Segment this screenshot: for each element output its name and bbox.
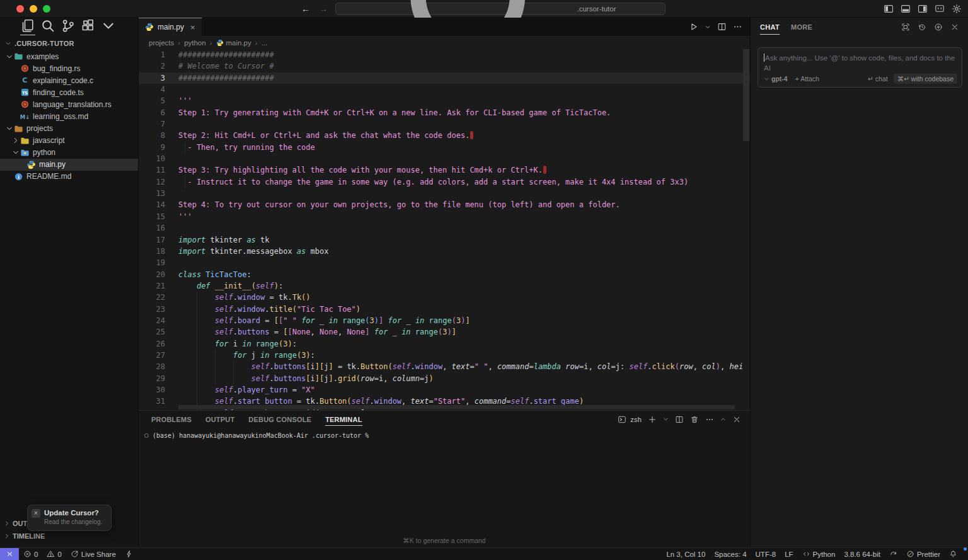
settings-icon[interactable] — [952, 4, 962, 14]
code-line-24[interactable]: 24 self.board = [[" " for _ in range(3)]… — [139, 315, 750, 326]
code-line-18[interactable]: 18import tkinter.messagebox as mbox — [139, 246, 750, 257]
code-line-1[interactable]: 1##################### — [139, 49, 750, 60]
zoom-window-button[interactable] — [43, 5, 50, 13]
status-bolt[interactable] — [120, 548, 137, 560]
status-language-mode[interactable]: Python — [798, 550, 840, 558]
activity-search-icon[interactable] — [40, 19, 55, 35]
status-formatter[interactable]: Prettier — [902, 550, 945, 558]
code-line-21[interactable]: 21 def __init__(self): — [139, 280, 750, 292]
run-icon[interactable] — [689, 22, 698, 31]
code-line-16[interactable]: 16 — [139, 222, 750, 234]
close-panel-icon[interactable] — [732, 415, 741, 424]
tree-item-projects[interactable]: projects — [0, 123, 138, 135]
panel-tab-terminal[interactable]: TERMINAL — [325, 416, 362, 426]
code-line-26[interactable]: 26 for i in range(3): — [139, 338, 750, 350]
chevron-down-icon[interactable] — [705, 24, 711, 30]
vertical-scrollbar[interactable] — [743, 49, 749, 141]
activity-source-control-icon[interactable] — [60, 19, 76, 35]
code-line-30[interactable]: 30 self.player_turn = "X" — [139, 384, 750, 396]
code-line-28[interactable]: 28 self.buttons[i][j] = tk.Button(self.w… — [139, 361, 750, 372]
status-sync[interactable] — [885, 550, 902, 558]
breadcrumb-item-main-py[interactable]: main.py — [216, 39, 251, 47]
code-line-14[interactable]: 14Step 4: To try out cursor on your own … — [139, 199, 750, 210]
minimize-window-button[interactable] — [30, 5, 37, 13]
kill-terminal-icon[interactable] — [690, 415, 699, 424]
status-indentation[interactable]: Spaces: 4 — [710, 551, 751, 558]
panel-tab-problems[interactable]: PROBLEMS — [151, 416, 192, 423]
code-line-7[interactable]: 7 — [139, 118, 750, 130]
panel-tab-output[interactable]: OUTPUT — [205, 416, 234, 423]
status-warnings[interactable]: 0 — [42, 548, 66, 560]
more-actions-icon[interactable] — [733, 22, 742, 31]
status-interpreter[interactable]: 3.8.6 64-bit — [839, 551, 885, 558]
code-line-12[interactable]: 12 - Instruct it to change the game in s… — [139, 176, 750, 188]
code-line-4[interactable]: 4 — [139, 84, 750, 95]
code-line-19[interactable]: 19 — [139, 257, 750, 268]
status-cursor-position[interactable]: Ln 3, Col 10 — [662, 551, 710, 558]
explorer-section-header[interactable]: .CURSOR-TUTOR — [0, 37, 138, 50]
code-line-9[interactable]: 9 - Then, try running the code — [139, 142, 750, 153]
activity-chevron-down-icon[interactable] — [101, 19, 116, 35]
tree-item-javascript[interactable]: javascript — [0, 135, 138, 147]
breadcrumb-item-[interactable]: ... — [262, 39, 268, 47]
sidebar-section-timeline[interactable]: TIMELINE — [0, 530, 138, 542]
code-line-8[interactable]: 8Step 2: Hit Cmd+L or Ctrl+L and ask the… — [139, 130, 750, 141]
code-line-29[interactable]: 29 self.buttons[i][j].grid(row=i, column… — [139, 373, 750, 384]
status-eol[interactable]: LF — [780, 551, 797, 558]
tree-item-readme-md[interactable]: iREADME.md — [0, 171, 138, 183]
tab-close-icon[interactable]: × — [190, 23, 195, 32]
close-window-button[interactable] — [16, 5, 24, 13]
status-errors[interactable]: 0 — [19, 548, 42, 560]
tab-main-py[interactable]: main.py × — [139, 18, 202, 36]
split-terminal-icon[interactable] — [675, 415, 684, 424]
tree-item-explaining-code-c[interactable]: Cexplaining_code.c — [0, 74, 138, 86]
tree-item-examples[interactable]: examples — [0, 50, 138, 62]
nav-back-button[interactable]: ← — [301, 4, 310, 14]
status-notifications[interactable] — [945, 550, 962, 558]
tab-chat[interactable]: CHAT — [760, 23, 780, 35]
split-editor-icon[interactable] — [717, 22, 727, 31]
status-live-share[interactable]: Live Share — [66, 548, 120, 560]
breadcrumb-item-python[interactable]: python — [184, 39, 206, 47]
tree-item-learning-oss-md[interactable]: M↓learning_oss.md — [0, 110, 138, 122]
terminal-profile-icon[interactable] — [618, 415, 626, 424]
new-chat-icon[interactable] — [934, 23, 943, 31]
activity-explorer-icon[interactable] — [20, 19, 35, 35]
code-editor[interactable]: 1#####################2# Welcome to Curs… — [139, 49, 750, 410]
tree-item-python[interactable]: python — [0, 147, 138, 159]
toast-subtitle[interactable]: Read the changelog. — [44, 518, 106, 525]
code-line-15[interactable]: 15''' — [139, 211, 750, 222]
panel-tab-debug-console[interactable]: DEBUG CONSOLE — [248, 416, 311, 423]
nav-forward-button[interactable]: → — [319, 4, 328, 14]
panel-bottom-icon[interactable] — [901, 4, 911, 14]
attach-button[interactable]: + Attach — [795, 75, 819, 83]
breadcrumb-item-projects[interactable]: projects — [149, 39, 174, 47]
command-center-search[interactable]: .cursor-tutor — [335, 3, 666, 15]
status-encoding[interactable]: UTF-8 — [751, 551, 781, 558]
chat-input-box[interactable]: Ask anything... Use '@' to show code, fi… — [758, 47, 962, 88]
new-terminal-icon[interactable] — [648, 415, 657, 424]
terminal-prompt[interactable]: (base) hanawayuki@hanawayukinoMacBook-Ai… — [139, 432, 750, 439]
chevron-down-icon[interactable] — [663, 416, 669, 422]
panel-left-icon[interactable] — [884, 4, 894, 14]
code-line-3[interactable]: 3##################### — [139, 72, 750, 84]
expand-icon[interactable] — [901, 23, 910, 31]
code-line-6[interactable]: 6Step 1: Try generating with Cmd+K or Ct… — [139, 107, 750, 118]
shell-name[interactable]: zsh — [630, 416, 642, 423]
codebase-submit-hint[interactable]: ⌘↵ with codebase — [894, 74, 957, 84]
code-line-20[interactable]: 20class TicTacToe: — [139, 269, 750, 280]
tree-item-bug-finding-rs[interactable]: bug_finding.rs — [0, 62, 138, 74]
tree-item-finding-code-ts[interactable]: TSfinding_code.ts — [0, 86, 138, 98]
code-line-17[interactable]: 17import tkinter as tk — [139, 234, 750, 246]
activity-extensions-icon[interactable] — [81, 19, 96, 35]
tree-item-main-py[interactable]: main.py — [0, 159, 138, 171]
code-line-2[interactable]: 2# Welcome to Cursor # — [139, 60, 750, 72]
more-actions-icon[interactable] — [705, 415, 714, 424]
close-icon[interactable] — [950, 23, 959, 31]
code-line-5[interactable]: 5''' — [139, 95, 750, 106]
horizontal-scrollbar[interactable] — [178, 405, 735, 409]
tab-more[interactable]: MORE — [791, 23, 812, 31]
code-line-22[interactable]: 22 self.window = tk.Tk() — [139, 292, 750, 303]
toast-close-button[interactable]: × — [32, 509, 40, 518]
panel-right-icon[interactable] — [918, 4, 928, 14]
